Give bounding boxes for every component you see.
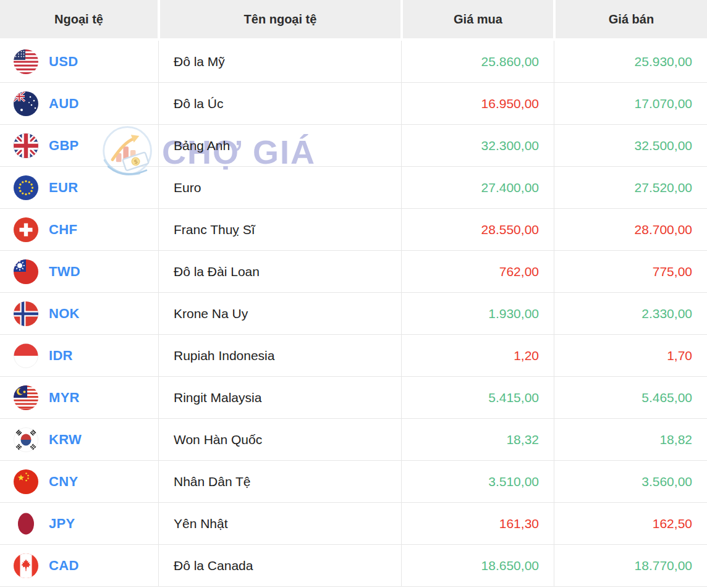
buy-price: 32.300,00 [481, 138, 539, 153]
currency-code: CAD [49, 558, 79, 574]
sell-price: 27.520,00 [635, 180, 692, 195]
sell-price: 5.465,00 [641, 390, 692, 405]
sell-price: 18.770,00 [635, 558, 692, 573]
table-row: MYR Ringit Malaysia 5.415,00 5.465,00 [0, 377, 707, 419]
currency-name: Euro [174, 180, 201, 195]
header-currency: Ngoại tệ [0, 0, 158, 38]
kr-flag-icon [14, 427, 38, 452]
currency-code: JPY [49, 516, 75, 532]
sell-price-cell: 17.070,00 [554, 83, 707, 124]
sell-price: 17.070,00 [635, 96, 692, 111]
sell-price-cell: 27.520,00 [554, 167, 707, 208]
table-row: IDR Rupiah Indonesia 1,20 1,70 [0, 335, 707, 377]
table-row: AUD Đô la Úc 16.950,00 17.070,00 [0, 83, 707, 125]
table-row: GBP Bảng Anh 32.300,00 32.500,00 [0, 125, 707, 167]
sell-price: 2.330,00 [641, 306, 692, 321]
currency-name-cell: Rupiah Indonesia [159, 335, 402, 376]
ca-flag-icon [14, 553, 38, 578]
currency-name: Ringit Malaysia [174, 390, 261, 405]
sell-price-cell: 162,50 [554, 503, 707, 544]
buy-price: 25.860,00 [481, 54, 539, 69]
header-currency-name: Tên ngoại tệ [160, 0, 400, 38]
buy-price: 1.930,00 [488, 306, 539, 321]
buy-price-cell: 1.930,00 [402, 293, 554, 334]
table-row: NOK Krone Na Uy 1.930,00 2.330,00 [0, 293, 707, 335]
currency-cell: NOK [0, 293, 159, 334]
sell-price: 1,70 [667, 348, 692, 363]
sell-price: 775,00 [653, 264, 692, 279]
table-row: KRW Won Hàn Quốc 18,32 18,82 [0, 419, 707, 461]
buy-price-cell: 161,30 [402, 503, 554, 544]
jp-flag-icon [14, 511, 38, 536]
currency-code: KRW [49, 432, 82, 448]
sell-price-cell: 28.700,00 [554, 209, 707, 250]
buy-price: 5.415,00 [488, 390, 539, 405]
buy-price-cell: 3.510,00 [402, 461, 554, 502]
buy-price: 762,00 [499, 264, 539, 279]
currency-cell: KRW [0, 419, 159, 460]
currency-name: Franc Thuỵ Sĩ [174, 222, 255, 237]
currency-cell: EUR [0, 167, 159, 208]
currency-name-cell: Euro [159, 167, 402, 208]
buy-price: 16.950,00 [481, 96, 539, 111]
table-row: CHF Franc Thuỵ Sĩ 28.550,00 28.700,00 [0, 209, 707, 251]
sell-price: 18,82 [659, 432, 692, 447]
currency-name: Đô la Mỹ [174, 54, 225, 69]
currency-code: EUR [49, 180, 78, 196]
sell-price: 3.560,00 [641, 474, 692, 489]
id-flag-icon [14, 343, 38, 368]
currency-code: GBP [49, 138, 79, 154]
currency-name-cell: Đô la Úc [159, 83, 402, 124]
tw-flag-icon [14, 259, 38, 284]
currency-name-cell: Won Hàn Quốc [159, 419, 402, 460]
currency-name: Won Hàn Quốc [174, 432, 262, 447]
sell-price-cell: 2.330,00 [554, 293, 707, 334]
currency-name: Đô la Đài Loan [174, 264, 260, 279]
currency-cell: JPY [0, 503, 159, 544]
currency-code: CHF [49, 222, 77, 238]
sell-price-cell: 18,82 [554, 419, 707, 460]
sell-price-cell: 3.560,00 [554, 461, 707, 502]
currency-name: Bảng Anh [174, 138, 230, 153]
table-row: CAD Đô la Canada 18.650,00 18.770,00 [0, 545, 707, 587]
buy-price-cell: 16.950,00 [402, 83, 554, 124]
currency-code: IDR [49, 348, 73, 364]
sell-price-cell: 5.465,00 [554, 377, 707, 418]
currency-cell: TWD [0, 251, 159, 292]
sell-price: 28.700,00 [635, 222, 692, 237]
sell-price: 162,50 [653, 516, 692, 531]
buy-price-cell: 18,32 [402, 419, 554, 460]
buy-price: 161,30 [499, 516, 539, 531]
currency-code: MYR [49, 390, 80, 406]
buy-price: 27.400,00 [481, 180, 539, 195]
sell-price-cell: 1,70 [554, 335, 707, 376]
currency-name-cell: Đô la Mỹ [159, 41, 402, 82]
currency-cell: GBP [0, 125, 159, 166]
ch-flag-icon [14, 217, 38, 242]
buy-price: 18,32 [506, 432, 539, 447]
buy-price-cell: 1,20 [402, 335, 554, 376]
table-body: USD Đô la Mỹ 25.860,00 25.930,00 AUD Đô … [0, 41, 707, 587]
table-row: JPY Yên Nhật 161,30 162,50 [0, 503, 707, 545]
exchange-rate-page: Ngoại tệ Tên ngoại tệ Giá mua Giá bán US… [0, 0, 707, 588]
buy-price: 1,20 [514, 348, 539, 363]
eu-flag-icon [14, 175, 38, 200]
currency-name: Đô la Canada [174, 558, 253, 573]
sell-price: 32.500,00 [635, 138, 692, 153]
no-flag-icon [14, 301, 38, 326]
currency-name-cell: Krone Na Uy [159, 293, 402, 334]
sell-price-cell: 775,00 [554, 251, 707, 292]
my-flag-icon [14, 385, 38, 410]
currency-name-cell: Đô la Đài Loan [159, 251, 402, 292]
currency-name-cell: Yên Nhật [159, 503, 402, 544]
currency-cell: AUD [0, 83, 159, 124]
buy-price-cell: 25.860,00 [402, 41, 554, 82]
currency-name-cell: Bảng Anh [159, 125, 402, 166]
currency-cell: IDR [0, 335, 159, 376]
currency-code: USD [49, 54, 78, 70]
au-flag-icon [14, 91, 38, 116]
currency-name: Yên Nhật [174, 516, 228, 531]
buy-price-cell: 18.650,00 [402, 545, 554, 586]
currency-name-cell: Nhân Dân Tệ [159, 461, 402, 502]
currency-cell: MYR [0, 377, 159, 418]
